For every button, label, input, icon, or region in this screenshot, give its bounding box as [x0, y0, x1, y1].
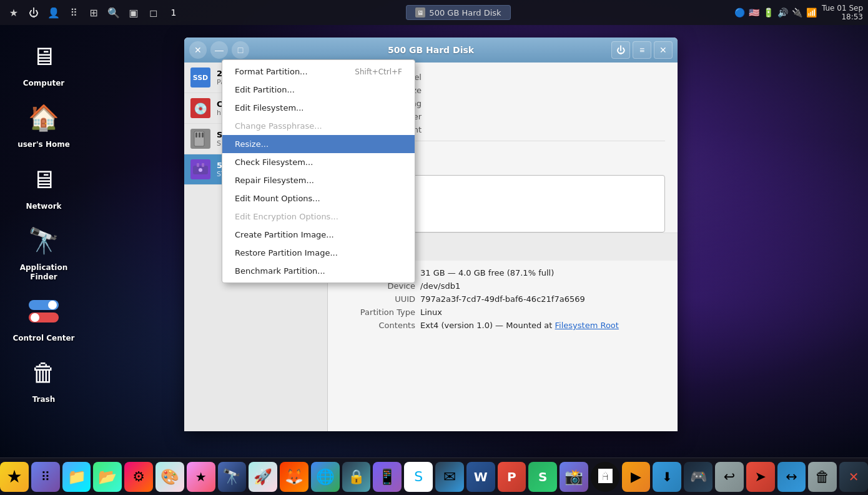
dock-steam-icon[interactable]: 🎮 — [684, 462, 713, 492]
part-contents-value: Ext4 (version 1.0) — Mounted at Filesyst… — [420, 321, 665, 330]
dock-paint-icon[interactable]: 🎨 — [155, 462, 184, 492]
computer-icon-img: 🖥 — [24, 36, 64, 76]
taskbar-window-title: 500 GB Hard Disk — [429, 8, 501, 18]
dock-wps2-icon[interactable]: S — [528, 462, 557, 492]
status-icons: 🔵 🇺🇸 🔋 🔊 🔌 📶 — [734, 8, 817, 18]
menu-change-passphrase-label: Change Passphrase... — [235, 121, 322, 131]
size-value — [427, 86, 665, 95]
taskbar-window[interactable]: ◻ — [145, 4, 162, 21]
taskbar-grid[interactable]: ⊞ — [85, 4, 102, 21]
desktop-icon-computer[interactable]: 🖥 Computer — [3, 31, 84, 92]
network-icon-img: 🖥 — [24, 159, 64, 199]
flag-icon: 🇺🇸 — [749, 8, 759, 18]
dock-wps1-icon[interactable]: P — [498, 462, 526, 492]
taskbar-top: ★ ⏻ 👤 ⠿ ⊞ 🔍 ▣ ◻ 1 🖥 500 GB Hard Disk 🔵 🇺… — [0, 0, 868, 25]
dock-rocket-icon[interactable]: 🚀 — [249, 462, 277, 492]
dock-star-icon[interactable]: ★ — [0, 462, 29, 492]
part-uuid-label: UUID — [340, 294, 415, 304]
taskbar-number[interactable]: 1 — [165, 4, 182, 21]
menu-repair-filesystem[interactable]: Repair Filesystem... — [222, 171, 415, 189]
taskbar-star[interactable]: ★ — [5, 4, 22, 21]
part-uuid-value: 797a2a3f-7cd7-49df-baf6-46c21f7a6569 — [420, 294, 665, 304]
window-close2-button[interactable]: ✕ — [654, 41, 673, 59]
battery-icon: 🔋 — [763, 8, 774, 18]
menu-restore-image[interactable]: Restore Partition Image... — [222, 244, 415, 262]
dock-proxy-icon[interactable]: 🔒 — [342, 462, 371, 492]
menu-resize[interactable]: Resize... — [222, 135, 415, 153]
context-menu: Format Partition... Shift+Ctrl+F Edit Pa… — [222, 59, 415, 283]
menu-format-shortcut: Shift+Ctrl+F — [355, 68, 402, 76]
dock-mgr-icon[interactable]: ⚙ — [124, 462, 153, 492]
menu-create-image[interactable]: Create Partition Image... — [222, 226, 415, 244]
menu-check-filesystem-label: Check Filesystem... — [235, 158, 313, 167]
bluetooth-icon: 🔵 — [734, 8, 745, 18]
trash-icon-label: Trash — [32, 395, 56, 404]
dock-screenshot-icon[interactable]: 📸 — [560, 462, 588, 492]
taskbar-power[interactable]: ⏻ — [25, 4, 42, 21]
assessment-value — [427, 125, 665, 134]
dock-clipper-icon[interactable]: ★ — [187, 462, 215, 492]
desktop-icon-appfinder[interactable]: 🔭 Application Finder — [3, 216, 84, 286]
dock-teamviewer-icon[interactable]: ↔ — [777, 462, 806, 492]
window-icon: 🖥 — [415, 8, 425, 18]
dock-trash-icon[interactable]: 🗑 — [808, 462, 837, 492]
dock-viber-icon[interactable]: 📱 — [373, 462, 402, 492]
dock-timeshift-icon[interactable]: ↩ — [715, 462, 744, 492]
ssd-icon: SSD — [190, 68, 210, 88]
date-display: Tue 01 Sep — [822, 4, 863, 12]
svg-point-3 — [31, 313, 39, 322]
part-type-value: Linux — [420, 308, 665, 317]
dock-fm-icon[interactable]: 📂 — [93, 462, 122, 492]
menu-resize-label: Resize... — [235, 139, 269, 149]
menu-edit-filesystem-label: Edit Filesystem... — [235, 103, 303, 112]
taskbar-apps[interactable]: ⠿ — [65, 4, 82, 21]
window-menu-button[interactable]: ≡ — [633, 41, 651, 59]
network-icon-label: Network — [26, 202, 61, 211]
dock-chrome-icon[interactable]: 🌐 — [311, 462, 340, 492]
dock-qbittorrent-icon[interactable]: ⬇ — [653, 462, 681, 492]
home-icon-img: 🏠 — [24, 98, 64, 138]
menu-edit-mount[interactable]: Edit Mount Options... — [222, 189, 415, 208]
desktop-icon-control[interactable]: Control Center — [3, 286, 84, 348]
dock-anote-icon[interactable]: 🅰 — [591, 462, 619, 492]
window-title: 500 GB Hard Disk — [190, 45, 671, 55]
menu-format-partition[interactable]: Format Partition... Shift+Ctrl+F — [222, 62, 415, 81]
dock-anydesk-icon[interactable]: ➤ — [746, 462, 775, 492]
contents-text: Ext4 (version 1.0) — Mounted at — [420, 321, 555, 330]
menu-benchmark-label: Benchmark Partition... — [235, 266, 325, 276]
filesystem-root-link[interactable]: Filesystem Root — [555, 321, 619, 330]
part-type-label: Partition Type — [340, 308, 415, 317]
dock-dots-icon[interactable]: ⠿ — [31, 462, 60, 492]
part-contents-label: Contents — [340, 321, 415, 330]
desktop-icon-trash[interactable]: 🗑 Trash — [3, 348, 84, 409]
window-power-button[interactable]: ⏻ — [611, 41, 630, 59]
taskbar-window-button[interactable]: 🖥 500 GB Hard Disk — [406, 5, 510, 20]
menu-benchmark[interactable]: Benchmark Partition... — [222, 262, 415, 280]
dock-files-icon[interactable]: 📁 — [62, 462, 91, 492]
taskbar-search[interactable]: 🔍 — [105, 4, 122, 21]
dock-mail-icon[interactable]: ✉ — [435, 462, 464, 492]
dock-binoculars-icon[interactable]: 🔭 — [218, 462, 247, 492]
dock-xfce-icon[interactable]: ✕ — [839, 462, 868, 492]
desktop-icon-network[interactable]: 🖥 Network — [3, 154, 84, 216]
window-maximize-button[interactable]: □ — [232, 41, 249, 59]
part-size-value: 31 GB — 4.0 GB free (87.1% full) — [420, 268, 665, 278]
clock: Tue 01 Sep 18:53 — [822, 4, 863, 22]
taskbar-user[interactable]: 👤 — [45, 4, 62, 21]
dock-firefox-icon[interactable]: 🦊 — [280, 462, 308, 492]
svg-rect-7 — [202, 132, 204, 138]
menu-check-filesystem[interactable]: Check Filesystem... — [222, 153, 415, 171]
dock-word-icon[interactable]: W — [466, 462, 495, 492]
dock-vlc-icon[interactable]: ▶ — [622, 462, 651, 492]
dock-skype-icon[interactable]: S — [404, 462, 433, 492]
serial-value — [427, 112, 665, 121]
taskbar-screen[interactable]: ▣ — [125, 4, 142, 21]
menu-create-image-label: Create Partition Image... — [235, 230, 334, 239]
menu-edit-filesystem[interactable]: Edit Filesystem... — [222, 99, 415, 117]
menu-edit-partition[interactable]: Edit Partition... — [222, 81, 415, 99]
svg-rect-5 — [195, 132, 197, 138]
desktop-icon-home[interactable]: 🏠 user's Home — [3, 92, 84, 154]
window-minimize-button[interactable]: — — [210, 41, 228, 59]
appfinder-icon-label: Application Finder — [6, 263, 82, 281]
window-close-button[interactable]: ✕ — [189, 41, 207, 59]
